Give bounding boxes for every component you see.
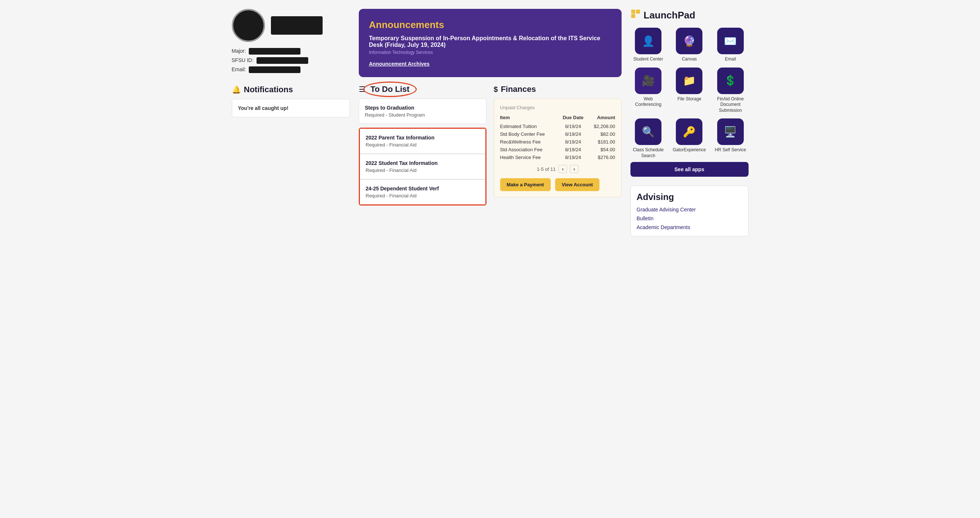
avatar bbox=[232, 9, 265, 42]
announcement-source: Information Technology Services bbox=[369, 50, 611, 55]
app-item-4[interactable]: 📁File Storage bbox=[671, 68, 707, 114]
charge-item: Std Association Fee bbox=[500, 146, 560, 154]
advising-links: Graduate Advising CenterBulletinAcademic… bbox=[637, 207, 742, 230]
see-all-apps-button[interactable]: See all apps bbox=[630, 162, 749, 177]
notification-card: You're all caught up! bbox=[232, 99, 350, 117]
todo-title-wrapper: To Do List bbox=[368, 84, 412, 94]
app-label-1: Canvas bbox=[682, 56, 697, 62]
pagination-row: 1-5 of 11 ‹ › bbox=[500, 165, 615, 173]
email-label: Email: bbox=[232, 65, 246, 74]
make-payment-button[interactable]: Make a Payment bbox=[500, 178, 551, 191]
todo-highlighted-item-1[interactable]: 2022 Student Tax Information Required - … bbox=[360, 154, 485, 179]
announcements-title: Announcements bbox=[369, 19, 611, 31]
app-icon-4: 📁 bbox=[676, 68, 702, 94]
app-label-2: Email bbox=[725, 56, 736, 62]
col-amount: Amount bbox=[587, 115, 615, 122]
todo-item-sub-h0: Required - Financial Aid bbox=[366, 142, 479, 148]
advising-title: Advising bbox=[637, 192, 742, 202]
unpaid-charges-label: Unpaid Charges bbox=[500, 105, 615, 110]
app-item-1[interactable]: 🔮Canvas bbox=[671, 28, 707, 62]
launchpad-title: LaunchPad bbox=[644, 10, 695, 21]
todo-highlighted-item-0[interactable]: 2022 Parent Tax Information Required - F… bbox=[360, 129, 485, 154]
todo-highlighted-item-2[interactable]: 24-25 Dependent Student Verf Required - … bbox=[360, 179, 485, 204]
app-label-0: Student Center bbox=[633, 56, 663, 62]
todo-normal-item[interactable]: Steps to Graduation Required - Student P… bbox=[359, 99, 487, 124]
charge-amount: $181.00 bbox=[587, 138, 615, 146]
app-item-7[interactable]: 🔑GatorExperience bbox=[671, 118, 707, 159]
todo-highlighted-group: 2022 Parent Tax Information Required - F… bbox=[359, 128, 487, 205]
app-icon-6: 🔍 bbox=[635, 118, 662, 145]
charge-amount: $54.00 bbox=[587, 146, 615, 154]
view-account-button[interactable]: View Account bbox=[555, 178, 600, 191]
app-item-5[interactable]: 💲FinAid Online Document Submission bbox=[713, 68, 748, 114]
bell-icon: 🔔 bbox=[232, 85, 241, 94]
major-row: Major: bbox=[232, 46, 350, 56]
name-block bbox=[271, 16, 323, 35]
todo-item-sub-h1: Required - Financial Aid bbox=[366, 167, 479, 173]
advising-card: Advising Graduate Advising CenterBulleti… bbox=[630, 186, 749, 237]
charge-item: Std Body Center Fee bbox=[500, 130, 560, 138]
charge-due: 8/19/24 bbox=[559, 130, 587, 138]
charge-due: 8/19/24 bbox=[559, 138, 587, 146]
svg-rect-1 bbox=[631, 10, 635, 14]
app-label-4: File Storage bbox=[677, 96, 701, 102]
bottom-grid: ☰ To Do List Steps to Graduation Require… bbox=[359, 84, 622, 205]
charge-due: 8/19/24 bbox=[559, 146, 587, 154]
app-item-6[interactable]: 🔍Class Schedule Search bbox=[630, 118, 666, 159]
todo-section: ☰ To Do List Steps to Graduation Require… bbox=[359, 84, 487, 205]
advising-link-1[interactable]: Bulletin bbox=[637, 216, 742, 221]
pagination-text: 1-5 of 11 bbox=[537, 167, 555, 172]
app-item-0[interactable]: 👤Student Center bbox=[630, 28, 666, 62]
left-column: Major: SFSU ID: Email: 🔔 Notifications bbox=[232, 9, 350, 237]
notification-message: You're all caught up! bbox=[238, 105, 289, 111]
announcement-headline: Temporary Suspension of In-Person Appoin… bbox=[369, 35, 611, 48]
table-row: Std Association Fee8/19/24$54.00 bbox=[500, 146, 615, 154]
sfsu-value bbox=[256, 57, 308, 64]
notifications-title: Notifications bbox=[244, 85, 293, 94]
charge-amount: $276.00 bbox=[587, 154, 615, 161]
apps-grid: 👤Student Center🔮Canvas✉️Email🎥Web Confer… bbox=[630, 28, 749, 159]
todo-title: To Do List bbox=[368, 83, 412, 95]
app-item-8[interactable]: 🖥️HR Self Service bbox=[713, 118, 748, 159]
charge-item: Health Service Fee bbox=[500, 154, 560, 161]
todo-item-title-h2: 24-25 Dependent Student Verf bbox=[366, 186, 479, 191]
todo-item-sub-0: Required - Student Program bbox=[365, 112, 480, 118]
launchpad-title-row: LaunchPad bbox=[630, 9, 749, 22]
todo-list-icon: ☰ bbox=[359, 85, 366, 94]
charge-due: 8/19/24 bbox=[559, 154, 587, 161]
advising-link-2[interactable]: Academic Departments bbox=[637, 224, 742, 230]
sfsu-row: SFSU ID: bbox=[232, 56, 350, 65]
advising-link-0[interactable]: Graduate Advising Center bbox=[637, 207, 742, 213]
email-row: Email: bbox=[232, 65, 350, 74]
app-icon-7: 🔑 bbox=[676, 118, 702, 145]
announcement-archives-link[interactable]: Announcement Archives bbox=[369, 61, 611, 67]
finances-title: Finances bbox=[501, 84, 536, 94]
col-item: Item bbox=[500, 115, 560, 122]
charges-table: Item Due Date Amount Estimated Tuition8/… bbox=[500, 115, 615, 161]
svg-rect-0 bbox=[631, 14, 635, 18]
launchpad-icon bbox=[630, 9, 641, 22]
major-label: Major: bbox=[232, 46, 246, 56]
app-icon-3: 🎥 bbox=[635, 68, 662, 94]
svg-rect-2 bbox=[636, 10, 640, 14]
profile-section: Major: SFSU ID: Email: bbox=[232, 9, 350, 75]
app-item-3[interactable]: 🎥Web Conferencing bbox=[630, 68, 666, 114]
app-item-2[interactable]: ✉️Email bbox=[713, 28, 748, 62]
finances-actions: Make a Payment View Account bbox=[500, 178, 615, 191]
app-label-7: GatorExperience bbox=[673, 147, 706, 153]
app-label-5: FinAid Online Document Submission bbox=[713, 96, 748, 114]
todo-item-title-h0: 2022 Parent Tax Information bbox=[366, 135, 479, 141]
charge-amount: $2,208.00 bbox=[587, 122, 615, 130]
profile-top bbox=[232, 9, 350, 42]
app-label-6: Class Schedule Search bbox=[630, 147, 666, 159]
pagination-next-btn[interactable]: › bbox=[570, 165, 578, 173]
pagination-prev-btn[interactable]: ‹ bbox=[558, 165, 567, 173]
middle-column: Announcements Temporary Suspension of In… bbox=[359, 9, 622, 237]
charge-amount: $82.00 bbox=[587, 130, 615, 138]
dollar-icon: $ bbox=[494, 85, 498, 94]
finances-title-row: $ Finances bbox=[494, 84, 622, 94]
app-icon-8: 🖥️ bbox=[717, 118, 744, 145]
app-icon-2: ✉️ bbox=[717, 28, 744, 54]
table-row: Estimated Tuition8/19/24$2,208.00 bbox=[500, 122, 615, 130]
finances-card: Unpaid Charges Item Due Date Amount Esti… bbox=[494, 99, 622, 197]
